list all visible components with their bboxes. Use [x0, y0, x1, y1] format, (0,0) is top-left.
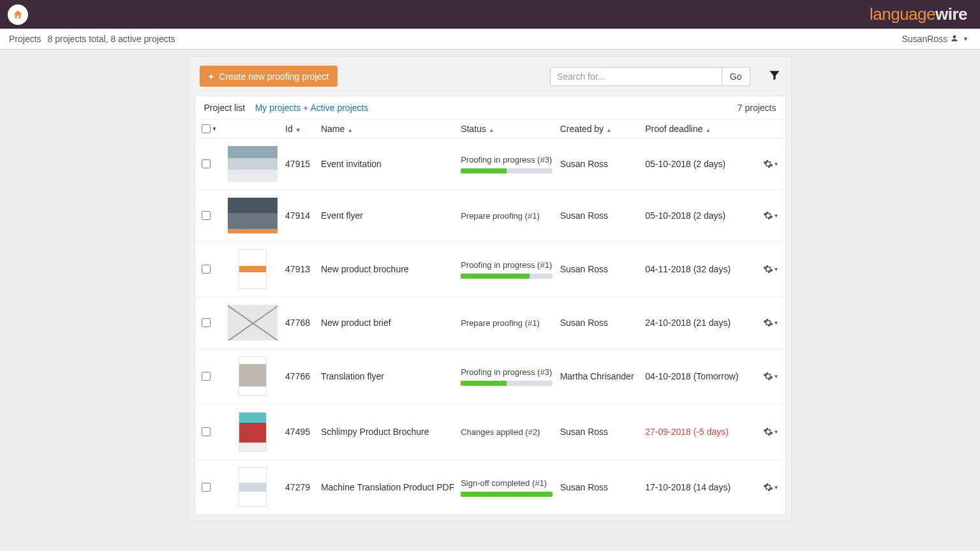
user-menu[interactable]: SusanRoss ▼: [902, 34, 969, 45]
project-id: 47915: [285, 159, 321, 169]
project-id: 47913: [285, 264, 321, 274]
deadline: 05-10-2018 (2 days): [645, 210, 725, 221]
row-checkbox[interactable]: [202, 265, 211, 274]
row-checkbox[interactable]: [202, 318, 211, 327]
user-icon: [950, 34, 959, 45]
select-all-checkbox[interactable]: [202, 124, 211, 133]
project-count: 7 projects: [738, 103, 776, 113]
thumbnail[interactable]: [228, 467, 285, 507]
row-actions-button[interactable]: ▼: [763, 210, 779, 221]
home-button[interactable]: [8, 4, 28, 25]
projects-summary: 8 projects total, 8 active projects: [48, 34, 175, 44]
caret-down-icon: ▼: [774, 161, 779, 167]
thumbnail[interactable]: [228, 305, 285, 341]
progress-bar: [461, 168, 553, 173]
col-id-header[interactable]: Id▼: [285, 124, 321, 134]
row-actions-button[interactable]: ▼: [763, 371, 779, 381]
table-row[interactable]: 47768New product briefPrepare proofing (…: [195, 297, 785, 349]
username: SusanRoss: [902, 34, 947, 44]
table-row[interactable]: 47914Event flyerPrepare proofing (#1)Sus…: [195, 190, 785, 242]
row-checkbox[interactable]: [202, 159, 211, 168]
created-by: Susan Ross: [560, 210, 646, 221]
project-panel: Project list My projects + Active projec…: [195, 96, 786, 515]
project-name[interactable]: New product brochure: [321, 264, 461, 274]
table-row[interactable]: 47913New product brochureProofing in pro…: [195, 242, 785, 297]
search-input[interactable]: [550, 67, 722, 86]
thumbnail[interactable]: [228, 356, 285, 396]
row-actions-button[interactable]: ▼: [763, 159, 779, 169]
project-name[interactable]: Event flyer: [321, 210, 461, 221]
project-name[interactable]: Machine Translation Product PDF: [321, 482, 461, 492]
table-row[interactable]: 47279Machine Translation Product PDFSign…: [195, 460, 785, 515]
deadline: 04-10-2018 (Tomorrow): [645, 371, 738, 381]
row-checkbox[interactable]: [202, 372, 211, 381]
project-id: 47495: [285, 427, 321, 437]
filter-link[interactable]: My projects + Active projects: [255, 103, 369, 113]
plus-icon: +: [209, 71, 214, 82]
col-creator-header[interactable]: Created by▲: [560, 124, 646, 134]
status-text: Changes applied (#2): [461, 427, 560, 437]
row-checkbox[interactable]: [202, 211, 211, 220]
status-text: Proofing in progress (#1): [461, 260, 560, 270]
sort-icon: ▲: [705, 127, 711, 133]
create-button-label: Create new proofing project: [219, 71, 329, 82]
main-container: + Create new proofing project Go Project…: [189, 56, 792, 521]
breadcrumb[interactable]: Projects: [9, 34, 41, 44]
create-project-button[interactable]: + Create new proofing project: [200, 66, 338, 87]
row-actions-button[interactable]: ▼: [763, 427, 779, 437]
thumbnail[interactable]: [228, 198, 285, 233]
table-row[interactable]: 47766Translation flyerProofing in progre…: [195, 349, 785, 404]
project-id: 47279: [285, 482, 321, 492]
caret-down-icon: ▼: [774, 320, 779, 326]
go-button[interactable]: Go: [722, 67, 750, 86]
table-row[interactable]: 47495Schlimpy Product BrochureChanges ap…: [195, 404, 785, 460]
sort-icon: ▲: [347, 127, 353, 133]
table-row[interactable]: 47915Event invitationProofing in progres…: [195, 138, 785, 190]
project-list-label: Project list: [204, 103, 246, 113]
progress-bar: [461, 274, 553, 279]
thumbnail[interactable]: [228, 249, 285, 289]
caret-down-icon: ▼: [774, 429, 779, 435]
status-text: Prepare proofing (#1): [461, 318, 560, 328]
created-by: Susan Ross: [560, 482, 646, 492]
project-id: 47766: [285, 371, 321, 381]
created-by: Susan Ross: [560, 264, 646, 274]
status-text: Sign-off completed (#1): [461, 478, 560, 488]
col-deadline-header[interactable]: Proof deadline▲: [645, 124, 753, 134]
project-name[interactable]: Schlimpy Product Brochure: [321, 427, 461, 437]
deadline: 27-09-2018 (-5 days): [645, 427, 729, 437]
row-actions-button[interactable]: ▼: [763, 482, 779, 492]
caret-down-icon: ▼: [963, 36, 969, 42]
project-name[interactable]: Translation flyer: [321, 371, 461, 381]
caret-down-icon: ▼: [774, 213, 779, 219]
col-status-header[interactable]: Status▲: [461, 124, 560, 134]
created-by: Susan Ross: [560, 318, 646, 328]
col-name-header[interactable]: Name▲: [321, 124, 461, 134]
row-checkbox[interactable]: [202, 483, 211, 492]
sub-bar: Projects 8 projects total, 8 active proj…: [0, 29, 980, 50]
project-name[interactable]: Event invitation: [321, 159, 461, 169]
caret-down-icon: ▼: [774, 267, 779, 272]
created-by: Susan Ross: [560, 427, 646, 437]
search-group: Go: [550, 67, 750, 86]
row-actions-button[interactable]: ▼: [763, 264, 779, 274]
thumbnail[interactable]: [228, 412, 285, 452]
logo: languagewire: [870, 4, 967, 24]
status-text: Prepare proofing (#1): [461, 211, 560, 221]
table-body: 47915Event invitationProofing in progres…: [195, 138, 785, 515]
project-id: 47914: [285, 210, 321, 221]
deadline: 05-10-2018 (2 days): [645, 159, 725, 169]
toolbar: + Create new proofing project Go: [189, 57, 791, 96]
row-checkbox[interactable]: [202, 427, 211, 436]
row-actions-button[interactable]: ▼: [763, 318, 779, 328]
project-id: 47768: [285, 318, 321, 328]
logo-text-1: language: [870, 4, 935, 24]
thumbnail[interactable]: [228, 146, 285, 182]
deadline: 24-10-2018 (21 days): [645, 318, 731, 328]
table-header: ▼ Id▼ Name▲ Status▲ Created by▲ Proof de…: [195, 119, 785, 138]
logo-text-2: wire: [935, 4, 967, 24]
select-dropdown-caret[interactable]: ▼: [212, 126, 218, 132]
created-by: Susan Ross: [560, 159, 646, 169]
project-name[interactable]: New product brief: [321, 318, 461, 328]
filter-icon[interactable]: [768, 69, 781, 84]
